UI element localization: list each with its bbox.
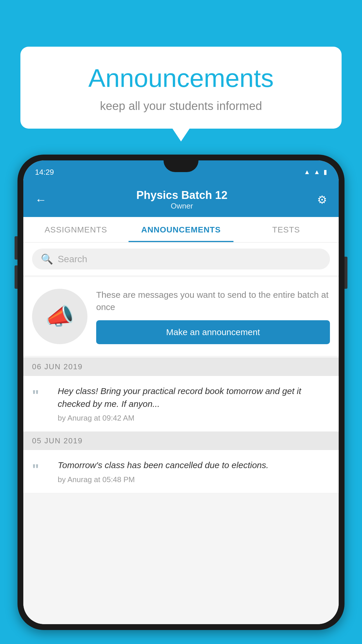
status-icons: ▲ ▲ ▮: [304, 168, 327, 176]
back-button[interactable]: ←: [35, 193, 47, 206]
announcement-prompt: 📣 These are messages you want to send to…: [23, 277, 339, 356]
make-announcement-button[interactable]: Make an announcement: [96, 320, 330, 344]
search-placeholder: Search: [58, 254, 87, 265]
announcement-text-1: Hey class! Bring your practical record b…: [58, 385, 330, 410]
wifi-icon: ▲: [304, 168, 310, 176]
announcement-item-1[interactable]: " Hey class! Bring your practical record…: [23, 376, 339, 432]
search-icon: 🔍: [41, 253, 53, 265]
power-button[interactable]: [345, 257, 347, 289]
bubble-title: Announcements: [44, 64, 318, 92]
announcement-text-2: Tomorrow's class has been cancelled due …: [58, 459, 268, 472]
app-bar-title: Physics Batch 12: [136, 189, 228, 202]
tab-announcements[interactable]: ANNOUNCEMENTS: [129, 217, 234, 242]
prompt-right: These are messages you want to send to t…: [96, 289, 330, 344]
phone-outer: 14:29 ▲ ▲ ▮ ← Physics Batch 12 Owner ⚙ A…: [17, 155, 345, 630]
announcement-item-2[interactable]: " Tomorrow's class has been cancelled du…: [23, 450, 339, 493]
status-time: 14:29: [35, 168, 54, 177]
announcement-meta-2: by Anurag at 05:48 PM: [58, 475, 268, 484]
tab-assignments[interactable]: ASSIGNMENTS: [23, 217, 129, 242]
speech-bubble: Announcements keep all your students inf…: [20, 47, 342, 129]
search-bar-container: 🔍 Search: [23, 243, 339, 275]
date-separator-1: 06 JUN 2019: [23, 358, 339, 376]
announcement-content-1: Hey class! Bring your practical record b…: [58, 385, 330, 423]
volume-buttons: [15, 236, 17, 289]
app-bar-center: Physics Batch 12 Owner: [136, 189, 228, 211]
tab-tests[interactable]: TESTS: [233, 217, 339, 242]
battery-icon: ▮: [324, 168, 327, 176]
phone-container: 14:29 ▲ ▲ ▮ ← Physics Batch 12 Owner ⚙ A…: [17, 155, 345, 644]
status-bar: 14:29 ▲ ▲ ▮: [23, 160, 339, 184]
megaphone-icon: 📣: [45, 303, 74, 330]
prompt-description: These are messages you want to send to t…: [96, 289, 330, 313]
volume-up-button[interactable]: [15, 236, 17, 260]
bubble-subtitle: keep all your students informed: [44, 99, 318, 113]
notch: [164, 160, 198, 172]
content-area: 🔍 Search 📣 These are messages you want t…: [23, 243, 339, 624]
search-bar[interactable]: 🔍 Search: [32, 249, 330, 270]
quote-icon-1: ": [32, 387, 50, 423]
megaphone-circle: 📣: [32, 289, 87, 344]
date-separator-2: 05 JUN 2019: [23, 432, 339, 450]
settings-button[interactable]: ⚙: [317, 193, 327, 206]
announcement-meta-1: by Anurag at 09:42 AM: [58, 414, 330, 423]
tabs-bar: ASSIGNMENTS ANNOUNCEMENTS TESTS: [23, 217, 339, 243]
phone-screen: 14:29 ▲ ▲ ▮ ← Physics Batch 12 Owner ⚙ A…: [23, 160, 339, 624]
volume-down-button[interactable]: [15, 265, 17, 289]
announcement-content-2: Tomorrow's class has been cancelled due …: [58, 459, 268, 484]
app-bar-subtitle: Owner: [136, 202, 228, 211]
speech-bubble-section: Announcements keep all your students inf…: [20, 47, 342, 129]
app-bar: ← Physics Batch 12 Owner ⚙: [23, 184, 339, 217]
quote-icon-2: ": [32, 461, 50, 484]
signal-icon: ▲: [314, 168, 320, 176]
